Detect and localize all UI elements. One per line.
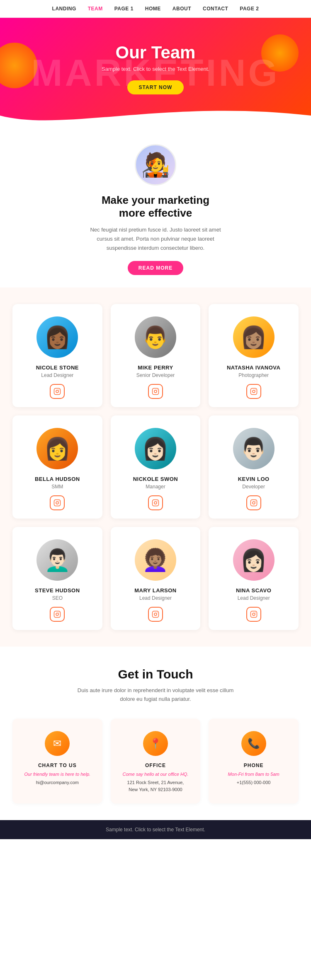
team-member-role: Lead Designer — [19, 372, 96, 378]
nav-item-about[interactable]: ABOUT — [173, 6, 191, 12]
team-photo: 👩🏻 — [233, 539, 275, 581]
team-member-name: NINA SCAVO — [215, 587, 292, 594]
team-photo-emoji: 👨🏻 — [240, 438, 267, 459]
team-photo-emoji: 👨 — [142, 326, 169, 348]
team-member-name: MARY LARSON — [117, 587, 194, 594]
team-member-role: SEO — [19, 595, 96, 601]
team-member-role: Photographer — [215, 372, 292, 378]
contact-body: Duis aute irure dolor in reprehenderit i… — [77, 686, 234, 704]
nav-item-contact[interactable]: CONTACT — [203, 6, 228, 12]
team-photo-emoji: 👩🏻 — [240, 549, 267, 571]
team-member-name: STEVE HUDSON — [19, 587, 96, 594]
hero-section: MARKETING Our Team Sample text. Click to… — [0, 18, 311, 128]
team-card: 👨 MIKE PERRY Senior Developer — [111, 304, 201, 407]
read-more-button[interactable]: READ MORE — [128, 261, 183, 275]
svg-point-17 — [255, 501, 256, 502]
hero-subtitle: Sample text. Click to select the Text El… — [102, 66, 209, 72]
svg-rect-15 — [250, 500, 257, 506]
avatar-image: 🧑‍🎤 — [141, 153, 170, 176]
team-photo-emoji: 👩🏾 — [44, 326, 71, 348]
team-photo: 👩🏽‍🦱 — [135, 539, 176, 581]
contact-card-sub: Our friendly team is here to help. — [19, 772, 96, 777]
svg-point-14 — [157, 501, 158, 502]
team-card: 👩🏽‍🦱 MARY LARSON Lead Designer — [111, 527, 201, 630]
instagram-icon[interactable] — [148, 607, 163, 622]
svg-rect-9 — [54, 500, 61, 506]
instagram-icon[interactable] — [50, 607, 65, 622]
svg-point-22 — [154, 613, 157, 616]
svg-point-10 — [56, 502, 58, 504]
nav-item-landing[interactable]: LANDING — [52, 6, 76, 12]
team-photo: 👩🏻 — [135, 428, 176, 469]
team-section: 👩🏾 NICOLE STONE Lead Designer 👨 MIKE PER… — [0, 287, 311, 647]
contact-card-detail: +1(555) 000-000 — [215, 779, 292, 787]
team-card: 👨🏻‍🦱 STEVE HUDSON SEO — [12, 527, 102, 630]
svg-rect-3 — [152, 389, 158, 395]
team-photo: 👩 — [36, 428, 78, 469]
team-member-name: MIKE PERRY — [117, 364, 194, 371]
contact-card-detail: 121 Rock Sreet, 21 Avenue,New York, NY 9… — [117, 779, 194, 794]
contact-card-label: OFFICE — [117, 763, 194, 768]
svg-point-11 — [59, 501, 60, 502]
hero-cta-button[interactable]: START NOW — [127, 80, 184, 94]
svg-rect-21 — [152, 611, 158, 618]
nav-item-home[interactable]: HOME — [145, 6, 161, 12]
svg-point-26 — [255, 612, 256, 613]
team-photo: 👩🏾 — [36, 316, 78, 358]
team-card: 👩🏾 NICOLE STONE Lead Designer — [12, 304, 102, 407]
team-photo-emoji: 👩🏽 — [240, 326, 267, 348]
team-member-role: Developer — [215, 484, 292, 490]
instagram-icon[interactable] — [246, 495, 261, 510]
team-photo-emoji: 👩🏻 — [142, 438, 169, 459]
contact-section: Get in Touch Duis aute irure dolor in re… — [0, 647, 311, 820]
instagram-icon[interactable] — [148, 495, 163, 510]
contact-card: ✉ CHART TO US Our friendly team is here … — [12, 719, 102, 804]
contact-card-label: PHONE — [215, 763, 292, 768]
instagram-icon[interactable] — [246, 607, 261, 622]
navigation: LANDING TEAM PAGE 1 HOME ABOUT CONTACT P… — [0, 0, 311, 18]
team-member-role: Lead Designer — [215, 595, 292, 601]
svg-point-13 — [154, 502, 157, 504]
team-member-name: NICKOLE SWON — [117, 476, 194, 482]
team-member-role: Manager — [117, 484, 194, 490]
hero-blob-right — [261, 34, 299, 72]
svg-rect-24 — [250, 611, 257, 618]
svg-point-23 — [157, 612, 158, 613]
svg-rect-18 — [54, 611, 61, 618]
team-photo-emoji: 👩🏽‍🦱 — [142, 549, 169, 571]
svg-point-25 — [253, 613, 255, 616]
team-card: 👨🏻 KEVIN LOO Developer — [209, 415, 299, 519]
instagram-icon[interactable] — [50, 384, 65, 399]
team-card: 👩 BELLA HUDSON SMM — [12, 415, 102, 519]
svg-rect-0 — [54, 389, 61, 395]
intro-section: 🧑‍🎤 Make your marketing more effective N… — [0, 128, 311, 287]
team-photo: 👩🏽 — [233, 316, 275, 358]
contact-heading: Get in Touch — [12, 667, 299, 681]
contact-icon: 📞 — [241, 731, 266, 756]
team-card: 👩🏻 NINA SCAVO Lead Designer — [209, 527, 299, 630]
footer: Sample text. Click to select the Text El… — [0, 820, 311, 839]
team-photo: 👨🏻 — [233, 428, 275, 469]
team-member-name: BELLA HUDSON — [19, 476, 96, 482]
instagram-icon[interactable] — [246, 384, 261, 399]
contact-card: 📞 PHONE Mon-Fri from 8am to 5am +1(555) … — [209, 719, 299, 804]
nav-item-page2[interactable]: PAGE 2 — [240, 6, 259, 12]
team-member-name: NICOLE STONE — [19, 364, 96, 371]
svg-rect-6 — [250, 389, 257, 395]
hero-title: Our Team — [116, 43, 196, 63]
team-photo-emoji: 👩 — [44, 438, 71, 459]
intro-heading: Make your marketing more effective — [33, 194, 278, 220]
hero-blob-left — [0, 43, 37, 88]
intro-body: Nec feugiat nisl pretium fusce id. Justo… — [89, 225, 222, 253]
contact-grid: ✉ CHART TO US Our friendly team is here … — [12, 719, 299, 804]
avatar: 🧑‍🎤 — [135, 144, 176, 186]
contact-card-sub: Come say hello at our office HQ. — [117, 772, 194, 777]
instagram-icon[interactable] — [148, 384, 163, 399]
contact-card: 📍 OFFICE Come say hello at our office HQ… — [111, 719, 201, 804]
svg-point-7 — [253, 390, 255, 393]
svg-point-16 — [253, 502, 255, 504]
nav-item-team[interactable]: TEAM — [88, 6, 103, 12]
instagram-icon[interactable] — [50, 495, 65, 510]
svg-point-4 — [154, 390, 157, 393]
nav-item-page1[interactable]: PAGE 1 — [114, 6, 134, 12]
